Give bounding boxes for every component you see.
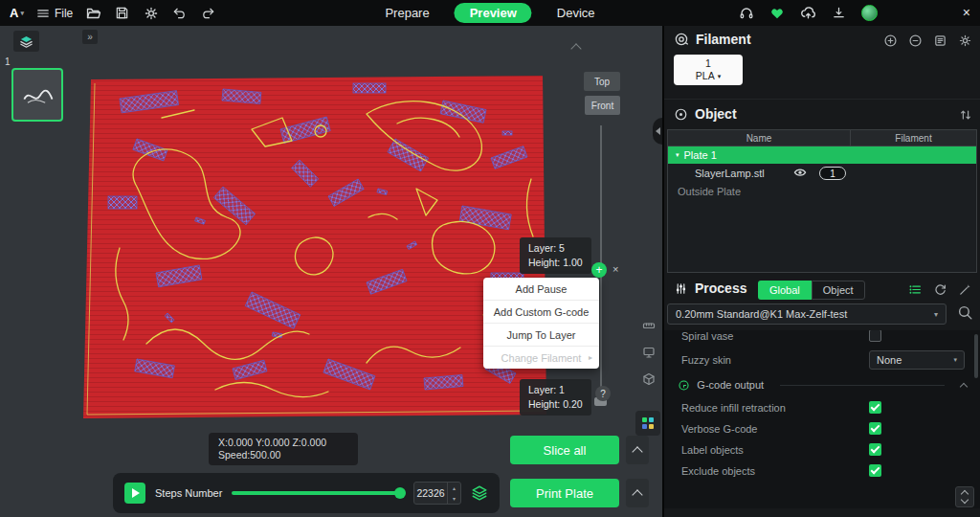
reset-icon[interactable] [933,282,947,297]
table-row-object[interactable]: SlayerLamp.stl 1 [668,164,976,183]
remove-marker-button[interactable]: × [612,264,618,275]
tab-prepare[interactable]: Prepare [385,6,429,20]
exclude-objects-label: Exclude objects [681,465,755,477]
menu-item-add-pause[interactable]: Add Pause [483,278,599,300]
exclude-objects-checkbox[interactable] [869,464,881,477]
magic-wand-icon[interactable] [958,282,972,297]
hamburger-icon [36,7,50,20]
download-button[interactable] [831,5,847,21]
gear-icon [144,6,159,21]
steps-slider-knob[interactable] [394,487,406,499]
measure-tool-button[interactable] [639,316,658,335]
add-filament-icon[interactable] [883,34,898,48]
panel-expand-collapse-button[interactable] [955,486,974,507]
chevron-up-icon [632,489,642,500]
spinner-up-icon[interactable]: ▴ [448,483,460,493]
plate-slot-number: 1 [5,56,11,67]
filament-chip[interactable]: 1 PLA ▾ [674,55,743,85]
sidebar-collapse-handle[interactable] [653,118,662,145]
change-filament-label: Change Filament [501,352,582,364]
print-options-button[interactable] [626,479,649,507]
object-table-header: Name Filament [668,130,976,146]
parameter-list-icon[interactable] [908,282,923,297]
tab-preview[interactable]: Preview [455,3,532,23]
favorite-button[interactable] [769,5,786,21]
sort-rows-icon[interactable] [959,108,972,122]
gcode-output-title: G-code output [697,379,764,391]
layer-stack-icon[interactable] [471,484,488,502]
save-button[interactable] [114,5,130,21]
table-row-plate[interactable]: ▾ Plate 1 [668,146,976,164]
menu-item-jump-to-layer[interactable]: Jump To Layer [483,323,599,346]
scope-object-button[interactable]: Object [812,281,865,300]
verbose-gcode-checkbox[interactable] [869,422,881,435]
remove-filament-icon[interactable] [908,34,923,48]
slice-all-button[interactable]: Slice all [510,436,619,464]
open-file-button[interactable] [85,5,101,21]
camera-home-hint[interactable] [572,39,582,49]
search-settings-button[interactable] [957,304,973,325]
gcode-icon [678,379,690,392]
save-icon [115,6,129,20]
user-avatar[interactable] [861,5,878,21]
status-position: X:0.000 Y:0.000 Z:0.000 [218,437,348,449]
play-button[interactable] [124,483,145,504]
spinner-down-icon[interactable]: ▾ [448,493,460,504]
print-plate-button[interactable]: Print Plate [510,479,619,507]
preview-viewport[interactable]: » 1 [0,26,662,517]
menu-item-change-filament[interactable]: Change Filament ▸ [483,346,599,369]
process-preset-dropdown[interactable]: 0.20mm Standard@K1 Max-Zelf-test ▾ [667,303,947,325]
add-marker-button[interactable]: + [591,262,607,278]
chevron-down-icon [961,496,969,504]
plate-thumbnail[interactable] [11,68,63,122]
tab-device[interactable]: Device [557,6,595,20]
steps-value-box[interactable]: 22326 ▴ ▾ [413,482,461,505]
spiral-vase-checkbox[interactable] [869,330,881,342]
redo-button[interactable] [200,5,216,21]
object-header-icons [959,108,972,122]
upper-height-text: Height: 1.00 [528,256,583,270]
screen-tool-button[interactable] [639,343,658,362]
slice-options-button[interactable] [626,436,649,464]
object-row-label: SlayerLamp.stl [668,168,765,179]
visibility-toggle[interactable] [793,167,807,182]
gcode-output-group-header[interactable]: ? G-code output [664,372,980,397]
plate-list-toggle-button[interactable] [13,31,39,52]
app-logo[interactable]: A ▾ [10,6,24,20]
table-row-outside-plate[interactable]: Outside Plate [668,183,976,200]
cloud-upload-button[interactable] [800,5,816,21]
preview-canvas[interactable] [81,74,546,424]
label-objects-checkbox[interactable] [869,443,881,456]
column-header-name: Name [668,130,851,146]
lower-layer-text: Layer: 1 [528,383,583,397]
panel-expand-button[interactable]: » [82,30,98,44]
flush-options-icon[interactable] [933,34,947,48]
filament-settings-icon[interactable] [958,34,972,48]
steps-slider[interactable] [232,491,404,495]
play-icon [132,488,140,498]
undo-button[interactable] [171,5,188,21]
position-status-tooltip: X:0.000 Y:0.000 Z:0.000 Speed:500.00 [209,433,358,465]
ruler-icon [641,318,657,333]
support-button[interactable] [739,5,755,21]
reduce-infill-retraction-checkbox[interactable] [869,401,881,414]
view-top-button[interactable]: Top [584,72,620,91]
settings-scrollbar[interactable] [974,334,978,378]
cloud-upload-icon [800,5,816,21]
window-close-button[interactable]: × [963,0,970,26]
help-button[interactable]: ? [595,386,611,401]
app-logo-letter: A [10,6,18,20]
group-divider-line [780,385,945,386]
menu-item-add-custom-gcode[interactable]: Add Custom G-code [483,300,599,323]
filament-badge[interactable]: 1 [819,167,846,180]
view-front-button[interactable]: Front [585,96,620,115]
legend-toggle-button[interactable] [635,411,660,436]
scope-global-button[interactable]: Global [758,281,812,300]
fuzzy-skin-select[interactable]: None ▾ [869,350,965,370]
file-menu[interactable]: File [36,7,73,20]
process-title: Process [695,281,746,296]
section-tool-button[interactable] [639,370,658,389]
group-collapse-icon[interactable] [960,382,968,390]
upper-layer-text: Layer: 5 [528,241,583,256]
settings-button[interactable] [143,5,159,21]
